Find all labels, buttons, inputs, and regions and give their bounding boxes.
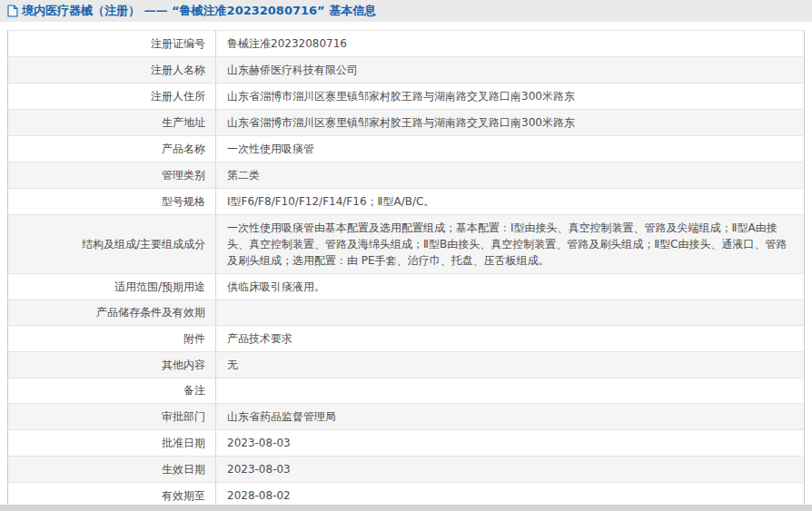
- row-label: 适用范围/预期用途: [8, 274, 216, 300]
- table-row: 结构及组成/主要组成成分 一次性使用吸痰管由基本配置及选用配置组成；基本配置：Ⅰ…: [8, 215, 805, 274]
- row-value: 鲁械注准20232080716: [216, 31, 805, 57]
- table-row: 批准日期 2023-08-03: [8, 430, 805, 457]
- row-value: 2023-08-03: [216, 430, 805, 457]
- row-label: 注册人名称: [8, 57, 216, 84]
- page-title: 境内医疗器械（注册） —— “鲁械注准20232080716” 基本信息: [22, 3, 376, 19]
- table-row: 注册人住所 山东省淄博市淄川区寨里镇邹家村胶王路与湖南路交叉路口南300米路东: [8, 84, 805, 110]
- row-label: 注册证编号: [8, 31, 216, 57]
- row-label: 注册人住所: [8, 84, 216, 110]
- table-row: 注册人名称 山东赫侨医疗科技有限公司: [8, 57, 805, 84]
- table-row: 管理类别 第二类: [8, 162, 805, 189]
- document-icon: [7, 5, 18, 17]
- row-label: 管理类别: [8, 162, 216, 189]
- table-row: 生效日期 2023-08-03: [8, 457, 805, 483]
- row-value: 第二类: [216, 162, 805, 189]
- row-value: 一次性使用吸痰管由基本配置及选用配置组成；基本配置：Ⅰ型由接头、真空控制装置、管…: [216, 215, 805, 274]
- row-value: 无: [216, 352, 805, 378]
- row-value: [216, 378, 805, 404]
- table-row: 产品名称 一次性使用吸痰管: [8, 136, 805, 162]
- registration-info-table: 注册证编号 鲁械注准20232080716 注册人名称 山东赫侨医疗科技有限公司…: [7, 30, 805, 511]
- table-row: 附件 产品技术要求: [8, 326, 805, 352]
- row-label: 批准日期: [8, 430, 216, 457]
- row-value: 山东赫侨医疗科技有限公司: [216, 57, 805, 84]
- row-value: 供临床吸引痰液用。: [216, 274, 805, 300]
- table-row: 生产地址 山东省淄博市淄川区寨里镇邹家村胶王路与湖南路交叉路口南300米路东: [8, 110, 805, 136]
- table-row: 产品储存条件及有效期: [8, 300, 805, 326]
- table-row: 备注: [8, 378, 805, 404]
- row-value: Ⅰ型F6/F8/F10/F12/F14/F16；Ⅱ型A/B/C。: [216, 189, 805, 215]
- row-value: [216, 300, 805, 326]
- row-value: 2023-08-03: [216, 457, 805, 483]
- row-value: 一次性使用吸痰管: [216, 136, 805, 162]
- row-label: 附件: [8, 326, 216, 352]
- row-label: 结构及组成/主要组成成分: [8, 215, 216, 274]
- row-label: 其他内容: [8, 352, 216, 378]
- row-value: 山东省淄博市淄川区寨里镇邹家村胶王路与湖南路交叉路口南300米路东: [216, 110, 805, 136]
- table-row: 注册证编号 鲁械注准20232080716: [8, 31, 805, 57]
- page-bottom-strip: [0, 505, 812, 511]
- row-label: 型号规格: [8, 189, 216, 215]
- table-row: 型号规格 Ⅰ型F6/F8/F10/F12/F14/F16；Ⅱ型A/B/C。: [8, 189, 805, 215]
- row-value: 山东省淄博市淄川区寨里镇邹家村胶王路与湖南路交叉路口南300米路东: [216, 84, 805, 110]
- row-label: 生产地址: [8, 110, 216, 136]
- row-label: 备注: [8, 378, 216, 404]
- table-row: 审批部门 山东省药品监督管理局: [8, 404, 805, 430]
- row-label: 产品储存条件及有效期: [8, 300, 216, 326]
- row-label: 审批部门: [8, 404, 216, 430]
- row-label: 产品名称: [8, 136, 216, 162]
- row-value: 产品技术要求: [216, 326, 805, 352]
- table-row: 适用范围/预期用途 供临床吸引痰液用。: [8, 274, 805, 300]
- title-bar: 境内医疗器械（注册） —— “鲁械注准20232080716” 基本信息: [0, 0, 812, 22]
- table-row: 其他内容 无: [8, 352, 805, 378]
- row-label: 生效日期: [8, 457, 216, 483]
- row-value: 山东省药品监督管理局: [216, 404, 805, 430]
